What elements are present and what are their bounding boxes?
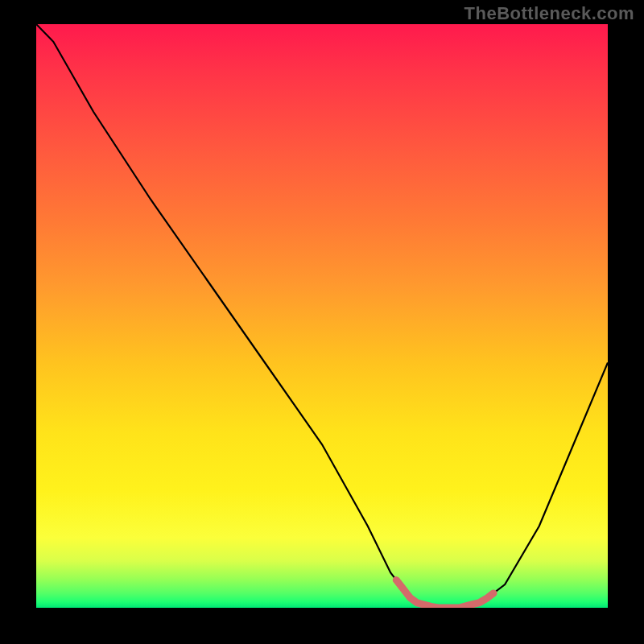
optimal-range-highlight <box>396 580 493 608</box>
bottleneck-curve <box>36 24 608 608</box>
watermark-text: TheBottleneck.com <box>464 3 634 24</box>
chart-frame: TheBottleneck.com <box>0 0 644 644</box>
plot-area <box>36 24 608 608</box>
curve-line <box>36 24 608 608</box>
